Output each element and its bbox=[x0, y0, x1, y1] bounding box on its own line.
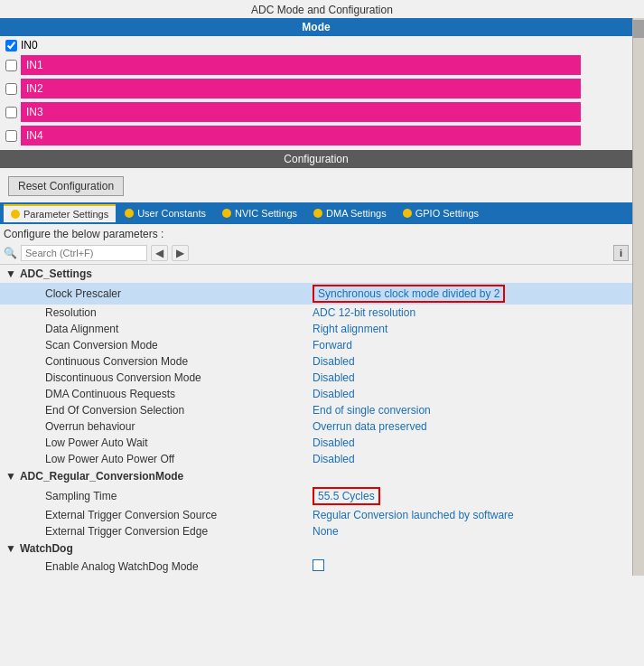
table-row: Data AlignmentRight alignment bbox=[0, 321, 632, 337]
vertical-scrollbar[interactable] bbox=[632, 18, 644, 576]
param-cell: DMA Continuous Requests bbox=[0, 386, 307, 402]
highlighted-value[interactable]: 55.5 Cycles bbox=[313, 487, 380, 505]
value-cell: Disabled bbox=[307, 353, 632, 370]
table-row: Sampling Time55.5 Cycles bbox=[0, 485, 632, 507]
tab-param-label: Parameter Settings bbox=[23, 209, 108, 220]
value-cell: Disabled bbox=[307, 435, 632, 451]
section-toggle[interactable]: ▼ bbox=[5, 267, 16, 280]
in1-row: IN1 bbox=[0, 54, 632, 76]
value-cell[interactable]: 55.5 Cycles bbox=[307, 485, 632, 507]
tab-gpio-label: GPIO Settings bbox=[415, 208, 479, 219]
tabs-row: Parameter SettingsUser ConstantsNVIC Set… bbox=[0, 202, 632, 224]
pink-rows: IN1IN2IN3IN4 bbox=[0, 54, 632, 146]
table-row: External Trigger Conversion SourceRegula… bbox=[0, 507, 632, 523]
value-cell: None bbox=[307, 523, 632, 539]
table-row: ResolutionADC 12-bit resolution bbox=[0, 305, 632, 321]
settings-table: ▼ADC_SettingsClock PrescalerSynchronous … bbox=[0, 265, 632, 576]
param-cell: Data Alignment bbox=[0, 321, 307, 337]
top-area: IN0 IN1IN2IN3IN4 bbox=[0, 36, 632, 146]
highlighted-value[interactable]: Synchronous clock mode divided by 2 bbox=[313, 285, 505, 303]
search-input[interactable] bbox=[21, 245, 147, 261]
config-bar: Configuration bbox=[0, 150, 632, 168]
in1-checkbox[interactable] bbox=[5, 60, 17, 71]
in3-row: IN3 bbox=[0, 101, 632, 123]
tab-dma-label: DMA Settings bbox=[326, 208, 387, 219]
section-row: ▼ADC_Regular_ConversionMode bbox=[0, 467, 632, 485]
param-cell: Resolution bbox=[0, 305, 307, 321]
in1-bar: IN1 bbox=[21, 55, 581, 75]
checkbox-square[interactable] bbox=[313, 559, 324, 571]
table-row: Overrun behaviourOverrun data preserved bbox=[0, 418, 632, 435]
page-title: ADC Mode and Configuration bbox=[0, 0, 644, 18]
value-cell: Regular Conversion launched by software bbox=[307, 507, 632, 523]
value-cell: Disabled bbox=[307, 451, 632, 467]
configure-text: Configure the below parameters : bbox=[0, 224, 632, 242]
param-cell: Low Power Auto Power Off bbox=[0, 451, 307, 467]
tab-param[interactable]: Parameter Settings bbox=[4, 204, 116, 222]
value-cell: Disabled bbox=[307, 386, 632, 402]
param-cell: End Of Conversion Selection bbox=[0, 402, 307, 418]
in4-bar: IN4 bbox=[21, 126, 581, 145]
value-cell: Overrun data preserved bbox=[307, 418, 632, 435]
prev-button[interactable]: ◀ bbox=[151, 245, 168, 261]
value-cell[interactable] bbox=[307, 558, 632, 576]
param-cell: External Trigger Conversion Source bbox=[0, 507, 307, 523]
table-row: External Trigger Conversion EdgeNone bbox=[0, 523, 632, 539]
param-cell: Sampling Time bbox=[0, 485, 307, 507]
in3-bar: IN3 bbox=[21, 102, 581, 122]
param-cell: Continuous Conversion Mode bbox=[0, 353, 307, 370]
search-row: 🔍 ◀ ▶ i bbox=[0, 242, 632, 265]
tab-user-label: User Constants bbox=[137, 208, 206, 219]
param-cell: Low Power Auto Wait bbox=[0, 435, 307, 451]
value-cell: ADC 12-bit resolution bbox=[307, 305, 632, 321]
tab-user-dot bbox=[125, 209, 134, 218]
reset-configuration-button[interactable]: Reset Configuration bbox=[8, 176, 124, 196]
param-cell: Enable Analog WatchDog Mode bbox=[0, 558, 307, 576]
param-cell: Scan Conversion Mode bbox=[0, 337, 307, 353]
in4-row: IN4 bbox=[0, 125, 632, 146]
table-row: DMA Continuous RequestsDisabled bbox=[0, 386, 632, 402]
search-icon: 🔍 bbox=[4, 247, 17, 259]
section-toggle[interactable]: ▼ bbox=[5, 470, 16, 483]
table-row: Low Power Auto WaitDisabled bbox=[0, 435, 632, 451]
tab-param-dot bbox=[11, 210, 20, 219]
value-cell: Disabled bbox=[307, 370, 632, 386]
table-row: Continuous Conversion ModeDisabled bbox=[0, 353, 632, 370]
tab-nvic-dot bbox=[222, 209, 231, 218]
value-cell: Forward bbox=[307, 337, 632, 353]
tab-user[interactable]: User Constants bbox=[117, 204, 213, 222]
value-cell: Right alignment bbox=[307, 321, 632, 337]
table-row: Clock PrescalerSynchronous clock mode di… bbox=[0, 283, 632, 305]
in2-checkbox[interactable] bbox=[5, 83, 17, 95]
tab-nvic[interactable]: NVIC Settings bbox=[215, 204, 304, 222]
param-cell: Clock Prescaler bbox=[0, 283, 307, 305]
in0-row: IN0 bbox=[0, 36, 632, 54]
table-row: Discontinuous Conversion ModeDisabled bbox=[0, 370, 632, 386]
value-cell: End of single conversion bbox=[307, 402, 632, 418]
table-row: Low Power Auto Power OffDisabled bbox=[0, 451, 632, 467]
in2-bar: IN2 bbox=[21, 79, 581, 98]
in3-checkbox[interactable] bbox=[5, 107, 17, 118]
section-toggle[interactable]: ▼ bbox=[5, 542, 16, 555]
value-cell[interactable]: Synchronous clock mode divided by 2 bbox=[307, 283, 632, 305]
section-row: ▼ADC_Settings bbox=[0, 265, 632, 283]
tab-dma[interactable]: DMA Settings bbox=[306, 204, 394, 222]
tab-gpio-dot bbox=[403, 209, 412, 218]
table-row: End Of Conversion SelectionEnd of single… bbox=[0, 402, 632, 418]
in0-checkbox[interactable] bbox=[5, 40, 17, 52]
tab-gpio[interactable]: GPIO Settings bbox=[396, 204, 486, 222]
main-container: ADC Mode and Configuration Mode IN0 IN1I… bbox=[0, 0, 644, 576]
tab-nvic-label: NVIC Settings bbox=[235, 208, 297, 219]
param-cell: Discontinuous Conversion Mode bbox=[0, 370, 307, 386]
mode-bar: Mode bbox=[0, 18, 632, 36]
section-row: ▼WatchDog bbox=[0, 539, 632, 558]
info-button[interactable]: i bbox=[613, 245, 629, 261]
content-area: Mode IN0 IN1IN2IN3IN4 Configuration Rese… bbox=[0, 18, 632, 576]
tab-dma-dot bbox=[313, 209, 322, 218]
scrollbar-thumb[interactable] bbox=[633, 20, 644, 38]
reset-area: Reset Configuration bbox=[0, 168, 632, 202]
param-cell: Overrun behaviour bbox=[0, 418, 307, 435]
in2-row: IN2 bbox=[0, 78, 632, 99]
next-button[interactable]: ▶ bbox=[172, 245, 189, 261]
in4-checkbox[interactable] bbox=[5, 130, 17, 142]
